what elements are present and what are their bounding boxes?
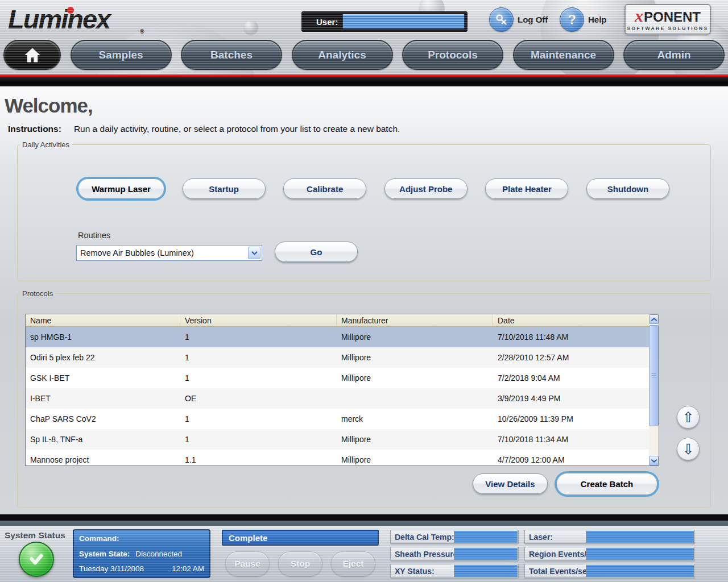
nav-tab-analytics[interactable]: Analytics bbox=[292, 40, 393, 70]
instructions-text: Run a daily activity, routine, or select… bbox=[74, 124, 400, 134]
routines-dropdown[interactable]: Remove Air Bubbles (Luminex) bbox=[76, 245, 262, 261]
stop-button[interactable]: Stop bbox=[278, 551, 322, 576]
chevron-down-icon[interactable] bbox=[248, 247, 260, 259]
bottom-gray-strip bbox=[0, 521, 728, 526]
scrollbar-thumb[interactable] bbox=[649, 325, 659, 426]
nav-tab-batches[interactable]: Batches bbox=[181, 40, 282, 70]
decorative-bubble bbox=[243, 20, 258, 35]
nav-tab-protocols[interactable]: Protocols bbox=[402, 40, 503, 70]
cell-version: 1 bbox=[180, 327, 337, 347]
status-field-value bbox=[586, 565, 694, 577]
xponent-logo: x PONENT SOFTWARE SOLUTIONS bbox=[624, 4, 711, 35]
cell-date: 3/9/2019 4:49 PM bbox=[493, 388, 650, 409]
activity-button-startup[interactable]: Startup bbox=[183, 178, 266, 199]
status-field-value bbox=[454, 565, 518, 577]
status-field-region-events-sec: Region Events/sec: bbox=[524, 547, 695, 561]
protocols-table: NameVersionManufacturerDate sp HMGB-11Mi… bbox=[25, 314, 659, 466]
system-status-label: System Status bbox=[5, 530, 65, 541]
daily-activities-legend: Daily Activities bbox=[20, 140, 72, 149]
cell-version: 1 bbox=[180, 409, 337, 429]
protocols-legend: Protocols bbox=[20, 289, 55, 298]
view-details-button[interactable]: View Details bbox=[473, 473, 548, 494]
page-title: Welcome, bbox=[5, 94, 93, 117]
command-panel: Command: System State: Disconnected Tues… bbox=[73, 529, 210, 578]
column-header-version[interactable]: Version bbox=[180, 314, 337, 326]
daily-activities-group: Daily Activities Warmup LaserStartupCali… bbox=[17, 140, 711, 281]
create-batch-button[interactable]: Create Batch bbox=[556, 473, 657, 495]
activity-button-calibrate[interactable]: Calibrate bbox=[283, 178, 366, 199]
table-row[interactable]: Sp IL-8, TNF-a1Millipore7/10/2018 11:34 … bbox=[26, 429, 650, 450]
eject-button[interactable]: Eject bbox=[331, 551, 375, 576]
cell-date: 10/26/2009 11:39 PM bbox=[493, 409, 650, 429]
transport-buttons: PauseStopEject bbox=[225, 551, 375, 576]
xponent-x: x bbox=[635, 7, 643, 24]
routines-selected-value: Remove Air Bubbles (Luminex) bbox=[77, 248, 247, 257]
cell-name: Mannose project bbox=[26, 450, 180, 466]
status-field-laser: Laser: bbox=[524, 530, 695, 544]
key-icon[interactable] bbox=[489, 7, 514, 32]
activity-button-adjust-probe[interactable]: Adjust Probe bbox=[384, 178, 468, 199]
cell-version: 1 bbox=[180, 429, 337, 450]
status-field-label: Total Events/sec: bbox=[525, 567, 594, 576]
home-icon bbox=[24, 47, 41, 63]
go-button[interactable]: Go bbox=[275, 242, 358, 262]
nav-tab-admin[interactable]: Admin bbox=[623, 40, 725, 70]
app-header: Luminex® User: Log Off ? Help x bbox=[0, 0, 728, 74]
activity-button-plate-heater[interactable]: Plate Heater bbox=[485, 178, 568, 199]
activity-button-warmup-laser[interactable]: Warmup Laser bbox=[78, 178, 164, 199]
help-button[interactable]: ? Help bbox=[560, 7, 607, 32]
status-field-label: Laser: bbox=[525, 533, 553, 542]
status-field-value bbox=[454, 531, 518, 543]
cell-name: ChaP SARS CoV2 bbox=[26, 409, 180, 429]
cell-manufacturer: Millipore bbox=[337, 368, 493, 388]
cell-name: Odiri 5 plex feb 22 bbox=[26, 347, 180, 368]
status-ok-icon[interactable] bbox=[19, 542, 54, 577]
command-label: Command: bbox=[79, 534, 119, 543]
cell-date: 4/7/2009 12:00 AM bbox=[493, 450, 650, 466]
scroll-up-icon[interactable] bbox=[649, 314, 659, 324]
status-time: 12:02 AM bbox=[172, 564, 204, 573]
cell-manufacturer: Millipore bbox=[337, 450, 493, 466]
pause-button[interactable]: Pause bbox=[225, 551, 270, 576]
cell-date: 7/10/2018 11:34 AM bbox=[493, 429, 650, 450]
table-row[interactable]: sp HMGB-11Millipore7/10/2018 11:48 AM bbox=[26, 327, 650, 347]
status-field-delta-cal-temp: Delta Cal Temp: bbox=[390, 530, 519, 544]
table-row[interactable]: ChaP SARS CoV21merck10/26/2009 11:39 PM bbox=[26, 409, 650, 429]
log-off-button[interactable]: Log Off bbox=[489, 7, 548, 32]
instructions-label: Instructions: bbox=[8, 124, 61, 134]
cell-version: 1 bbox=[180, 347, 337, 368]
user-input[interactable] bbox=[342, 14, 465, 29]
cell-manufacturer: Millipore bbox=[337, 347, 493, 368]
cell-date: 7/2/2018 9:04 AM bbox=[493, 368, 650, 388]
activity-button-shutdown[interactable]: Shutdown bbox=[586, 178, 669, 199]
column-header-name[interactable]: Name bbox=[26, 314, 180, 326]
column-header-date[interactable]: Date bbox=[493, 314, 650, 326]
nav-tab-home[interactable] bbox=[3, 40, 61, 70]
cell-date: 7/10/2018 11:48 AM bbox=[493, 327, 650, 347]
nav-tab-maintenance[interactable]: Maintenance bbox=[513, 40, 614, 70]
status-field-total-events-sec: Total Events/sec: bbox=[524, 564, 695, 578]
table-scrollbar[interactable] bbox=[649, 314, 659, 465]
status-field-value bbox=[454, 548, 518, 560]
scroll-down-icon[interactable] bbox=[649, 456, 659, 465]
table-row[interactable]: I-BETOE3/9/2019 4:49 PM bbox=[26, 388, 650, 409]
move-up-button[interactable]: ⇧ bbox=[677, 406, 700, 429]
user-label: User: bbox=[316, 17, 338, 27]
cell-manufacturer: Millipore bbox=[337, 429, 493, 450]
cell-version: OE bbox=[180, 388, 337, 409]
table-row[interactable]: GSK I-BET1Millipore7/2/2018 9:04 AM bbox=[26, 368, 650, 388]
table-row[interactable]: Odiri 5 plex feb 221Millipore2/28/2010 1… bbox=[26, 347, 650, 368]
table-row[interactable]: Mannose project1.1Millipore4/7/2009 12:0… bbox=[26, 450, 650, 466]
cell-version: 1 bbox=[180, 368, 337, 388]
bottom-black-divider bbox=[0, 514, 728, 521]
column-header-manufacturer[interactable]: Manufacturer bbox=[337, 314, 493, 326]
nav-tab-samples[interactable]: Samples bbox=[71, 40, 172, 70]
question-icon[interactable]: ? bbox=[560, 7, 584, 32]
move-down-button[interactable]: ⇩ bbox=[677, 438, 700, 460]
user-box: User: bbox=[301, 11, 468, 32]
cell-name: Sp IL-8, TNF-a bbox=[26, 429, 180, 450]
luminex-logo: Luminex® bbox=[8, 3, 110, 35]
status-field-sheath-pressure: Sheath Pressure: bbox=[390, 547, 519, 561]
registered-mark: ® bbox=[140, 28, 144, 35]
table-body: sp HMGB-11Millipore7/10/2018 11:48 AMOdi… bbox=[26, 327, 650, 466]
